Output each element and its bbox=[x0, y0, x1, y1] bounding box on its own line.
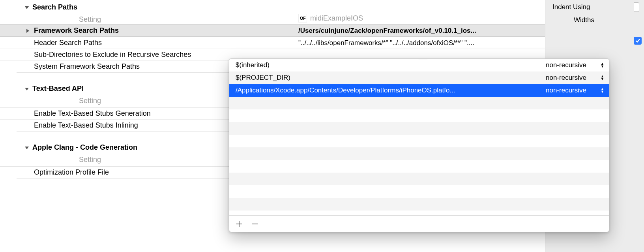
disclosure-triangle-right-icon[interactable] bbox=[25, 28, 32, 33]
stepper-icon[interactable]: ▲▼ bbox=[600, 62, 605, 68]
popover-row-empty[interactable] bbox=[229, 185, 609, 198]
setting-row-framework-search-paths[interactable]: Framework Search Paths /Users/cuinjune/Z… bbox=[0, 24, 545, 37]
setting-name: Framework Search Paths bbox=[34, 26, 298, 35]
svg-marker-0 bbox=[25, 6, 29, 9]
popover-row-empty[interactable] bbox=[229, 160, 609, 173]
popover-list[interactable]: $(inherited) non-recursive ▲▼ $(PROJECT_… bbox=[229, 59, 609, 215]
popover-row-empty[interactable] bbox=[229, 135, 609, 147]
setting-name: Sub-Directories to Exclude in Recursive … bbox=[34, 51, 298, 59]
setting-name: Header Search Paths bbox=[34, 39, 298, 47]
popover-row-empty[interactable] bbox=[229, 147, 609, 160]
setting-row-header-search-paths[interactable]: Header Search Paths "../../../libs/openF… bbox=[0, 37, 545, 49]
svg-marker-3 bbox=[25, 147, 29, 149]
popover-row-empty[interactable] bbox=[229, 97, 609, 109]
remove-button[interactable] bbox=[251, 220, 259, 228]
build-settings-pane: Search Paths Setting OF midiExampleIOS F… bbox=[0, 0, 545, 252]
setting-value[interactable]: /Users/cuinjune/Zack/openFrameworks/of_v… bbox=[298, 27, 545, 35]
stepper-icon[interactable]: ▲▼ bbox=[600, 75, 605, 81]
section-title: Apple Clang - Code Generation bbox=[32, 143, 137, 152]
popover-row-empty[interactable] bbox=[229, 109, 609, 122]
popover-mode-select[interactable]: non-recursive ▲▼ bbox=[543, 71, 605, 84]
target-icon: OF bbox=[298, 14, 307, 23]
popover-mode-select[interactable]: non-recursive ▲▼ bbox=[543, 84, 605, 97]
section-title: Search Paths bbox=[32, 3, 77, 11]
popover-path[interactable]: $(PROJECT_DIR) bbox=[236, 71, 543, 84]
add-button[interactable] bbox=[235, 220, 243, 228]
popover-row[interactable]: /Applications/Xcode.app/Contents/Develop… bbox=[229, 84, 609, 97]
popover-footer bbox=[229, 215, 609, 232]
wrap-lines-checkbox[interactable] bbox=[634, 37, 642, 45]
indent-using-select[interactable] bbox=[634, 2, 639, 12]
disclosure-triangle-down-icon[interactable] bbox=[24, 5, 29, 10]
popover-path[interactable]: /Applications/Xcode.app/Contents/Develop… bbox=[236, 84, 543, 97]
popover-mode-select[interactable]: non-recursive ▲▼ bbox=[543, 59, 605, 71]
popover-row-empty[interactable] bbox=[229, 122, 609, 135]
search-paths-popover: $(inherited) non-recursive ▲▼ $(PROJECT_… bbox=[229, 58, 609, 232]
popover-path[interactable]: $(inherited) bbox=[236, 59, 543, 71]
setting-value[interactable]: "../../../libs/openFrameworks/*" "../../… bbox=[298, 39, 545, 47]
svg-marker-1 bbox=[26, 29, 29, 33]
target-name: midiExampleIOS bbox=[310, 14, 363, 23]
popover-row[interactable]: $(PROJECT_DIR) non-recursive ▲▼ bbox=[229, 71, 609, 84]
popover-row-empty[interactable] bbox=[229, 198, 609, 211]
stepper-icon[interactable]: ▲▼ bbox=[600, 88, 605, 93]
disclosure-triangle-down-icon[interactable] bbox=[24, 145, 29, 150]
indent-using-label: Indent Using bbox=[552, 3, 590, 11]
section-title: Text-Based API bbox=[32, 85, 84, 93]
section-header-search-paths[interactable]: Search Paths bbox=[0, 2, 545, 13]
popover-row-empty[interactable] bbox=[229, 173, 609, 185]
disclosure-triangle-down-icon[interactable] bbox=[24, 87, 29, 91]
popover-row[interactable]: $(inherited) non-recursive ▲▼ bbox=[229, 59, 609, 71]
svg-marker-2 bbox=[25, 88, 29, 90]
widths-label: Widths bbox=[574, 16, 594, 24]
